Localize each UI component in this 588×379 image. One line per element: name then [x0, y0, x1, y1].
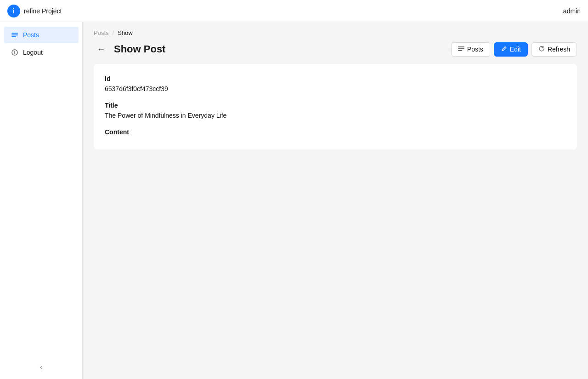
field-id: Id 6537d6f3f0cf473ccf39: [105, 75, 566, 92]
sidebar-bottom: ‹: [0, 355, 82, 379]
page-header: ← Show Post Posts: [83, 36, 588, 64]
svg-rect-2: [11, 33, 18, 34]
page-actions: Posts Edit: [451, 42, 577, 57]
svg-rect-7: [458, 48, 464, 49]
page-title-row: ← Show Post: [94, 42, 165, 57]
sidebar-item-logout[interactable]: Logout: [4, 44, 79, 61]
refresh-icon: [538, 46, 545, 53]
breadcrumb-separator: /: [113, 29, 114, 36]
svg-text:i: i: [13, 7, 15, 15]
svg-rect-8: [458, 50, 462, 51]
field-content: Content: [105, 128, 566, 136]
sidebar-logout-label: Logout: [23, 49, 43, 56]
app-logo: i refine Project: [7, 5, 62, 17]
logout-icon: [11, 49, 18, 56]
posts-icon: [11, 31, 18, 39]
refresh-button[interactable]: Refresh: [531, 42, 577, 57]
sidebar-collapse-button[interactable]: ‹: [4, 359, 79, 375]
field-title-label: Title: [105, 102, 566, 109]
field-content-label: Content: [105, 128, 566, 136]
edit-button[interactable]: Edit: [494, 42, 528, 57]
field-id-label: Id: [105, 75, 566, 82]
app-title: refine Project: [24, 7, 62, 15]
svg-rect-3: [11, 34, 18, 35]
admin-label: admin: [563, 7, 581, 15]
posts-button[interactable]: Posts: [451, 42, 490, 57]
breadcrumb: Posts / Show: [83, 22, 588, 36]
posts-button-label: Posts: [467, 46, 483, 53]
svg-rect-6: [458, 46, 464, 47]
sidebar-top: Posts Logout: [0, 22, 82, 65]
back-arrow-icon: ←: [97, 45, 105, 54]
sidebar: Posts Logout ‹: [0, 22, 83, 379]
field-title-value: The Power of Mindfulness in Everyday Lif…: [105, 112, 566, 119]
field-id-value: 6537d6f3f0cf473ccf39: [105, 85, 566, 92]
list-icon: [458, 46, 464, 53]
svg-rect-4: [11, 36, 16, 37]
app-body: Posts Logout ‹ Posts /: [0, 22, 588, 379]
top-header: i refine Project admin: [0, 0, 588, 22]
collapse-icon: ‹: [40, 363, 42, 371]
field-title: Title The Power of Mindfulness in Everyd…: [105, 102, 566, 119]
edit-icon: [501, 46, 507, 53]
breadcrumb-parent[interactable]: Posts: [94, 29, 109, 36]
sidebar-posts-label: Posts: [23, 31, 39, 39]
main-content: Posts / Show ← Show Post: [83, 22, 588, 379]
back-button[interactable]: ←: [94, 42, 108, 57]
refresh-button-label: Refresh: [548, 46, 570, 53]
refine-logo-icon: i: [7, 5, 20, 17]
edit-button-label: Edit: [510, 46, 521, 53]
page-title: Show Post: [114, 43, 165, 55]
breadcrumb-current: Show: [118, 29, 133, 36]
detail-card: Id 6537d6f3f0cf473ccf39 Title The Power …: [94, 64, 577, 149]
sidebar-item-posts[interactable]: Posts: [4, 27, 79, 43]
